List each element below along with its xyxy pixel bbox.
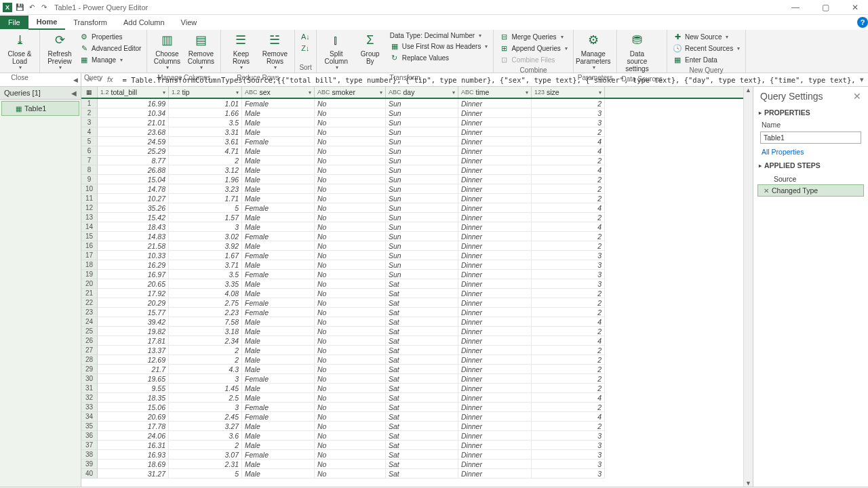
cell[interactable]: Male [242, 422, 315, 431]
cell[interactable]: 1.01 [169, 99, 242, 108]
table-row[interactable]: 2220.292.75FemaleNoSatDinner2 [81, 298, 743, 308]
cell[interactable]: 1.71 [169, 194, 242, 203]
row-number[interactable]: 36 [81, 431, 98, 441]
cell[interactable]: Sun [386, 156, 458, 165]
scroll-down-icon[interactable]: ▼ [745, 480, 751, 487]
properties-section[interactable]: ▸PROPERTIES [753, 106, 868, 119]
cell[interactable]: Sun [386, 165, 458, 175]
scroll-up-icon[interactable]: ▲ [745, 87, 751, 94]
cell[interactable]: 3 [532, 450, 605, 460]
formula-expand-icon[interactable]: ▾ [856, 75, 868, 84]
table-row[interactable]: 2519.823.18MaleNoSatDinner2 [81, 327, 743, 336]
cell[interactable]: 18.43 [98, 222, 169, 232]
cell[interactable]: 3.12 [169, 165, 242, 175]
row-number[interactable]: 8 [81, 165, 98, 175]
row-number[interactable]: 18 [81, 260, 98, 270]
cell[interactable]: 21.01 [98, 118, 169, 127]
cell[interactable]: Dinner [458, 99, 532, 108]
cell[interactable]: 12.69 [98, 355, 169, 365]
table-row[interactable]: 78.772MaleNoSunDinner2 [81, 156, 743, 165]
cell[interactable]: 4 [532, 336, 605, 346]
row-number[interactable]: 21 [81, 289, 98, 298]
row-number[interactable]: 15 [81, 232, 98, 241]
cell[interactable]: Male [242, 336, 315, 346]
cell[interactable]: 2.45 [169, 412, 242, 422]
row-number[interactable]: 3 [81, 118, 98, 127]
cell[interactable]: No [315, 118, 386, 127]
cell[interactable]: 17.81 [98, 336, 169, 346]
cell[interactable]: Dinner [458, 422, 532, 431]
row-number[interactable]: 37 [81, 441, 98, 450]
filter-icon[interactable]: ▾ [309, 89, 311, 96]
manage-parameters-button[interactable]: ⚙Manage Parameters▾ [578, 31, 609, 73]
cell[interactable]: Sun [386, 118, 458, 127]
row-number[interactable]: 7 [81, 156, 98, 165]
row-number[interactable]: 23 [81, 308, 98, 317]
table-row[interactable]: 3315.063FemaleNoSatDinner2 [81, 403, 743, 412]
cell[interactable]: Sun [386, 203, 458, 213]
cell[interactable]: No [315, 146, 386, 156]
table-row[interactable]: 3420.692.45FemaleNoSatDinner4 [81, 412, 743, 422]
cell[interactable]: 24.06 [98, 431, 169, 441]
cell[interactable]: 16.29 [98, 260, 169, 270]
cell[interactable]: 2 [532, 213, 605, 222]
table-row[interactable]: 3624.063.6MaleNoSatDinner3 [81, 431, 743, 441]
cell[interactable]: No [315, 194, 386, 203]
enter-data-button[interactable]: ▦Enter Data [671, 54, 741, 65]
cell[interactable]: 1.57 [169, 213, 242, 222]
row-number[interactable]: 25 [81, 327, 98, 336]
cell[interactable]: 15.42 [98, 213, 169, 222]
redo-icon[interactable]: ↷ [39, 3, 49, 12]
cell[interactable]: No [315, 213, 386, 222]
cell[interactable]: 3 [532, 431, 605, 441]
cell[interactable]: Male [242, 289, 315, 298]
cell[interactable]: 2 [532, 241, 605, 251]
table-row[interactable]: 1916.973.5FemaleNoSunDinner3 [81, 270, 743, 279]
cell[interactable]: Male [242, 317, 315, 327]
cell[interactable]: 17.78 [98, 422, 169, 431]
cell[interactable]: No [315, 175, 386, 184]
column-header-smoker[interactable]: ABCsmoker▾ [315, 87, 386, 98]
cell[interactable]: Male [242, 165, 315, 175]
step-source[interactable]: Source [757, 174, 864, 184]
cell[interactable]: 3 [532, 118, 605, 127]
cell[interactable]: 4 [532, 393, 605, 403]
cell[interactable]: Sun [386, 260, 458, 270]
cell[interactable]: 21.58 [98, 241, 169, 251]
merge-queries-button[interactable]: ⊟Merge Queries▾ [498, 31, 568, 42]
cell[interactable]: 2 [532, 298, 605, 308]
table-row[interactable]: 319.551.45MaleNoSatDinner2 [81, 384, 743, 393]
column-header-tip[interactable]: 1.2tip▾ [169, 87, 242, 98]
cell[interactable]: 2 [532, 194, 605, 203]
cell[interactable]: Male [242, 241, 315, 251]
table-row[interactable]: 1710.331.67FemaleNoSunDinner3 [81, 251, 743, 260]
cell[interactable]: Male [242, 279, 315, 289]
cell[interactable]: 2 [532, 384, 605, 393]
cell[interactable]: No [315, 308, 386, 317]
advanced-editor-button[interactable]: ✎Advanced Editor [78, 43, 142, 54]
cell[interactable]: Dinner [458, 289, 532, 298]
table-row[interactable]: 3716.312MaleNoSatDinner3 [81, 441, 743, 450]
cell[interactable]: Sat [386, 365, 458, 374]
cell[interactable]: No [315, 156, 386, 165]
cell[interactable]: 3.27 [169, 422, 242, 431]
cell[interactable]: 3.02 [169, 232, 242, 241]
row-number[interactable]: 14 [81, 222, 98, 232]
cell[interactable]: 3 [532, 270, 605, 279]
cell[interactable]: Sun [386, 127, 458, 137]
cell[interactable]: 23.68 [98, 127, 169, 137]
filter-icon[interactable]: ▾ [163, 89, 165, 96]
cell[interactable]: Sun [386, 184, 458, 194]
cell[interactable]: No [315, 99, 386, 108]
cell[interactable]: Sat [386, 393, 458, 403]
cell[interactable]: 2 [169, 346, 242, 355]
cell[interactable]: No [315, 460, 386, 469]
cell[interactable]: Dinner [458, 460, 532, 469]
cell[interactable]: 4.3 [169, 365, 242, 374]
cell[interactable]: 2 [532, 184, 605, 194]
cell[interactable]: 5 [169, 203, 242, 213]
cell[interactable]: Dinner [458, 393, 532, 403]
column-header-time[interactable]: ABCtime▾ [458, 87, 532, 98]
vertical-scrollbar[interactable]: ▲ ▼ [743, 87, 753, 487]
cell[interactable]: 4 [532, 165, 605, 175]
